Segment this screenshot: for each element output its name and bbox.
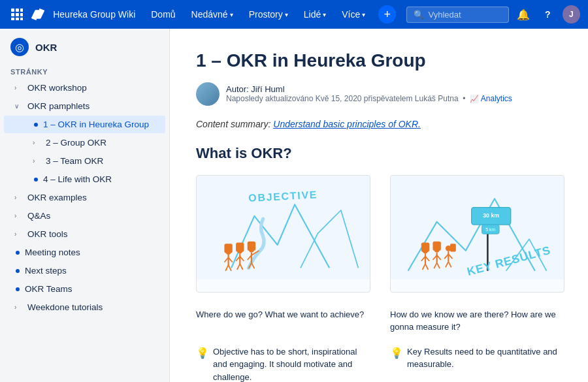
bullet-right: 💡 Key Results need to be quantitative an… [390, 345, 564, 382]
svg-text:5 km: 5 km [485, 227, 495, 231]
svg-rect-6 [11, 18, 14, 20]
space-name: OKR [35, 42, 57, 53]
description-left: Where do we go? What we want to achieve? [196, 308, 370, 334]
chevron-right-icon: › [14, 304, 24, 311]
site-name: Heureka Group Wiki [53, 9, 135, 20]
svg-rect-7 [16, 18, 19, 20]
sidebar: OKR STRÁNKY › OKR workshop ∨ OKR pamphle… [0, 29, 170, 382]
chevron-down-icon: ▾ [285, 11, 288, 18]
bullet-dot [16, 287, 20, 291]
content-summary: Content summary: Understand basic princi… [196, 119, 564, 129]
sidebar-header: OKR [0, 29, 169, 63]
svg-rect-45 [421, 242, 429, 251]
search-icon: 🔍 [414, 10, 424, 20]
bullet-dot [34, 123, 38, 127]
confluence-logo[interactable] [31, 7, 45, 22]
svg-rect-24 [236, 242, 244, 251]
svg-rect-2 [20, 8, 23, 12]
notifications-button[interactable]: 🔔 [514, 5, 533, 24]
author-avatar [196, 82, 220, 106]
svg-rect-1 [16, 8, 19, 12]
svg-rect-8 [20, 18, 23, 20]
chevron-right-icon: › [14, 231, 24, 238]
description-row: Where do we go? What we want to achieve?… [196, 308, 564, 334]
author-meta: Autor: Jiří Huml Naposledy aktualizováno… [226, 84, 512, 103]
svg-rect-4 [16, 13, 19, 16]
author-name: Autor: Jiří Huml [226, 84, 512, 94]
description-right: How do we know we are there? How are we … [390, 308, 564, 334]
nav-home[interactable]: Domů [146, 7, 180, 22]
svg-rect-31 [248, 241, 255, 250]
svg-text:30 km: 30 km [483, 212, 499, 219]
svg-rect-17 [224, 244, 232, 253]
illustrations-row: OBJECTIVE [196, 175, 564, 293]
content-area: 1 – OKR in Heureka Group Autor: Jiří Hum… [170, 29, 588, 382]
svg-rect-3 [11, 13, 14, 16]
nav-recent[interactable]: Nedávné ▾ [186, 7, 238, 22]
sidebar-item-team-okr[interactable]: › 3 – Team OKR [4, 152, 165, 170]
author-row: Autor: Jiří Huml Naposledy aktualizováno… [196, 82, 564, 106]
chevron-right-icon: › [14, 84, 24, 91]
svg-rect-0 [11, 8, 14, 12]
nav-spaces[interactable]: Prostory ▾ [244, 7, 293, 22]
objective-svg: OBJECTIVE [197, 176, 370, 279]
sidebar-item-okr-pamphlets[interactable]: ∨ OKR pamphlets [4, 97, 165, 115]
sidebar-item-okr-workshop[interactable]: › OKR workshop [4, 79, 165, 97]
sidebar-item-qas[interactable]: › Q&As [4, 207, 165, 225]
lightbulb-icon-left: 💡 [196, 345, 209, 382]
sidebar-item-okr-teams[interactable]: OKR Teams [4, 280, 165, 298]
sidebar-item-meeting-notes[interactable]: Meeting notes [4, 244, 165, 261]
chevron-down-icon: ∨ [14, 103, 24, 110]
section-title: What is OKR? [196, 145, 564, 162]
chevron-right-icon: › [14, 194, 24, 201]
key-results-illustration: 30 km 5 km KEY RESULTS [390, 175, 564, 293]
create-button[interactable]: + [378, 5, 396, 24]
chevron-down-icon: ▾ [230, 11, 233, 18]
lightbulb-icon-right: 💡 [390, 345, 403, 382]
pages-section-label: STRÁNKY [0, 63, 169, 78]
svg-rect-59 [450, 244, 456, 251]
search-box[interactable]: 🔍 [406, 7, 508, 23]
bullet-row: 💡 Objective has to be short, inspiration… [196, 345, 564, 382]
chevron-down-icon: ▾ [323, 11, 326, 18]
sidebar-item-okr-heureka[interactable]: 1 – OKR in Heureka Group [4, 116, 165, 133]
search-input[interactable] [428, 10, 500, 20]
bullet-dot [16, 269, 20, 273]
chevron-right-icon: › [33, 139, 42, 146]
help-button[interactable]: ? [538, 5, 557, 24]
sidebar-item-weekdone[interactable]: › Weekdone tutorials [4, 298, 165, 316]
apps-menu-button[interactable] [8, 5, 25, 24]
page-title: 1 – OKR in Heureka Group [196, 50, 564, 72]
top-navigation: Heureka Group Wiki Domů Nedávné ▾ Prosto… [0, 0, 588, 29]
sidebar-item-okr-tools[interactable]: › OKR tools [4, 225, 165, 243]
chevron-down-icon: ▾ [362, 11, 365, 18]
sidebar-item-okr-examples[interactable]: › OKR examples [4, 189, 165, 206]
chevron-right-icon: › [33, 157, 42, 165]
bell-icon: 🔔 [517, 8, 530, 21]
content-summary-link[interactable]: Understand basic principles of OKR. [273, 119, 421, 129]
objective-illustration: OBJECTIVE [196, 175, 370, 293]
sidebar-item-group-okr[interactable]: › 2 – Group OKR [4, 134, 165, 151]
svg-rect-52 [433, 241, 440, 250]
nav-more[interactable]: Více ▾ [336, 7, 370, 22]
user-avatar[interactable]: J [563, 5, 580, 24]
bullet-left: 💡 Objective has to be short, inspiration… [196, 345, 370, 382]
sidebar-item-life-okr[interactable]: 4 – Life with OKR [4, 170, 165, 188]
author-updated: Naposledy aktualizováno Kvě 15, 2020 při… [226, 94, 512, 103]
svg-rect-5 [20, 13, 23, 16]
chevron-right-icon: › [14, 212, 24, 219]
bullet-dot [16, 251, 20, 255]
space-icon [10, 38, 29, 56]
sidebar-item-next-steps[interactable]: Next steps [4, 262, 165, 279]
key-results-svg: 30 km 5 km KEY RESULTS [391, 176, 564, 279]
nav-people[interactable]: Lidé ▾ [299, 7, 331, 22]
analytics-link[interactable]: 📈 Analytics [470, 94, 512, 103]
help-icon: ? [545, 9, 551, 20]
main-layout: OKR STRÁNKY › OKR workshop ∨ OKR pamphle… [0, 29, 588, 382]
bullet-dot [34, 178, 38, 182]
